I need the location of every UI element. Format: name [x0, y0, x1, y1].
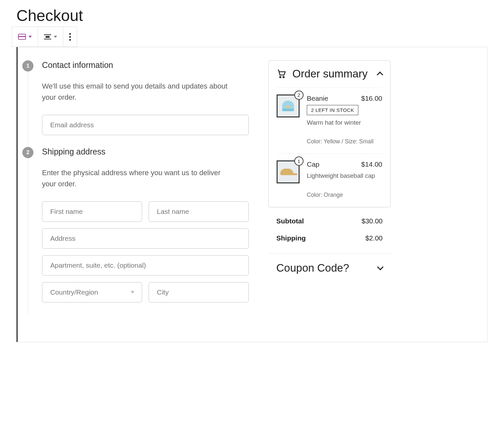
address-field[interactable]: Address: [42, 228, 249, 249]
cart-icon: [277, 69, 286, 79]
coupon-title: Coupon Code?: [276, 261, 349, 275]
kebab-icon: [69, 33, 71, 41]
block-type-button[interactable]: [12, 27, 38, 47]
coupon-toggle[interactable]: Coupon Code?: [268, 254, 390, 282]
product-name: Beanie: [307, 94, 328, 102]
svg-point-1: [283, 76, 284, 78]
chevron-up-icon: [377, 72, 383, 78]
align-button[interactable]: [38, 27, 63, 47]
product-name: Cap: [307, 160, 320, 168]
city-field[interactable]: City: [149, 282, 249, 302]
quantity-badge: 1: [294, 156, 304, 166]
order-summary-card: Order summary 2 Beanie $16.00 2 LEFT: [268, 60, 390, 207]
step-contact-header: 1 Contact information: [22, 60, 249, 72]
product-meta: Color: Yellow / Size: Small: [307, 138, 382, 145]
shipping-value: $2.00: [365, 234, 383, 242]
product-price: $14.00: [361, 160, 382, 168]
more-options-button[interactable]: [63, 27, 77, 47]
step-number-badge: 2: [22, 147, 33, 158]
shipping-label: Shipping: [276, 234, 306, 242]
credit-card-icon: [18, 34, 26, 40]
align-icon: [44, 34, 51, 39]
order-item: 1 Cap $14.00 Lightweight baseball cap Co…: [277, 154, 382, 207]
placeholder-text: City: [157, 288, 169, 296]
order-item: 2 Beanie $16.00 2 LEFT IN STOCK Warm hat…: [277, 88, 382, 154]
step-number-badge: 1: [22, 60, 33, 72]
step-title: Shipping address: [42, 147, 249, 156]
product-price: $16.00: [361, 94, 382, 102]
placeholder-text: Country/Region: [50, 288, 98, 296]
quantity-badge: 2: [294, 91, 304, 100]
step-description: We'll use this email to send you details…: [42, 81, 232, 103]
placeholder-text: Apartment, suite, etc. (optional): [50, 261, 146, 269]
last-name-field[interactable]: Last name: [149, 201, 249, 222]
caret-down-icon: [54, 36, 57, 38]
product-description: Lightweight baseball cap: [307, 172, 382, 180]
order-totals: Subtotal $30.00 Shipping $2.00: [268, 207, 390, 252]
subtotal-label: Subtotal: [276, 217, 304, 225]
subtotal-value: $30.00: [362, 217, 383, 225]
placeholder-text: First name: [50, 208, 83, 216]
order-summary-toggle[interactable]: Order summary: [277, 67, 382, 88]
first-name-field[interactable]: First name: [42, 201, 142, 222]
placeholder-text: Last name: [157, 208, 189, 216]
block-toolbar: [12, 27, 77, 47]
placeholder-text: Address: [50, 235, 75, 242]
order-summary-title: Order summary: [292, 67, 372, 80]
email-field[interactable]: Email address: [42, 115, 249, 135]
product-description: Warm hat for winter: [307, 118, 382, 127]
step-shipping-header: 2 Shipping address: [22, 147, 249, 158]
page-title: Checkout: [16, 7, 488, 25]
svg-point-0: [280, 76, 281, 78]
chevron-down-icon: [131, 291, 135, 294]
country-select[interactable]: Country/Region: [42, 282, 142, 302]
apartment-field[interactable]: Apartment, suite, etc. (optional): [42, 255, 249, 276]
stock-badge: 2 LEFT IN STOCK: [307, 105, 358, 115]
caret-down-icon: [29, 36, 32, 38]
product-meta: Color: Orange: [307, 192, 382, 198]
chevron-down-icon: [377, 264, 384, 270]
placeholder-text: Email address: [50, 121, 94, 129]
step-description: Enter the physical address where you wan…: [42, 167, 232, 190]
step-title: Contact information: [42, 60, 249, 70]
